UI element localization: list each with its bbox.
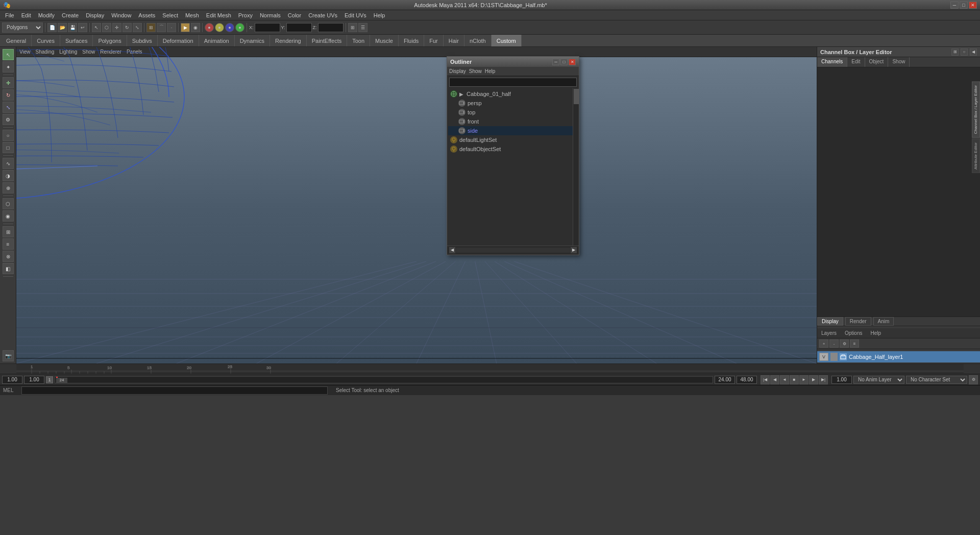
- tab-subdivs[interactable]: Subdivs: [127, 35, 158, 46]
- ipr-btn[interactable]: ◉: [3, 210, 14, 222]
- timeline-playback-bar[interactable]: 24: [55, 376, 713, 383]
- rotate-tool-btn[interactable]: ↻: [3, 89, 14, 101]
- minimize-button[interactable]: ─: [950, 2, 959, 9]
- start-frame-2-input[interactable]: [24, 376, 44, 384]
- outliner-item-lightset[interactable]: defaultLightSet: [448, 135, 578, 144]
- cb-icon-1[interactable]: ⊞: [951, 48, 959, 56]
- menu-normals[interactable]: Normals: [257, 11, 284, 19]
- outliner-hscroll[interactable]: [456, 248, 570, 253]
- start-frame-input[interactable]: [2, 376, 22, 384]
- tab-polygons[interactable]: Polygons: [93, 35, 127, 46]
- tab-curves[interactable]: Curves: [32, 35, 60, 46]
- outliner-scrollbar[interactable]: [573, 88, 579, 246]
- undo-icon[interactable]: ↩: [78, 23, 87, 32]
- play-back-btn[interactable]: ◄: [780, 375, 789, 384]
- light-icon-4[interactable]: ●: [235, 23, 244, 32]
- snap-point-icon[interactable]: ·: [167, 23, 176, 32]
- tab-fur[interactable]: Fur: [424, 35, 444, 46]
- outliner-scroll-right[interactable]: ▶: [571, 247, 577, 253]
- layer-del-btn[interactable]: -: [829, 339, 839, 348]
- menu-create-uvs[interactable]: Create UVs: [305, 11, 340, 19]
- soft-select-btn[interactable]: ○: [3, 130, 14, 141]
- sculpt-btn[interactable]: ◑: [3, 170, 14, 181]
- outliner-menu-help[interactable]: Help: [485, 68, 496, 74]
- menu-proxy[interactable]: Proxy: [235, 11, 256, 19]
- menu-edit[interactable]: Edit: [18, 11, 34, 19]
- cb-icon-2[interactable]: ○: [961, 48, 968, 56]
- render-icon[interactable]: ▶: [181, 23, 190, 32]
- layer-btn[interactable]: ≡: [3, 238, 14, 250]
- render-end-input[interactable]: [737, 376, 757, 384]
- outliner-minimize-btn[interactable]: ─: [552, 59, 559, 65]
- layer-tab-render[interactable]: Render: [845, 317, 871, 326]
- camera-btn[interactable]: 📷: [3, 350, 14, 361]
- new-scene-icon[interactable]: 📄: [47, 23, 57, 32]
- tab-muscle[interactable]: Muscle: [370, 35, 399, 46]
- options-subtab[interactable]: Options: [843, 329, 864, 337]
- menu-help[interactable]: Help: [371, 11, 388, 19]
- outliner-item-front[interactable]: front: [448, 117, 578, 126]
- tab-general[interactable]: General: [1, 35, 32, 46]
- layer-visibility-v[interactable]: V: [819, 353, 828, 361]
- light-icon-1[interactable]: ●: [205, 23, 214, 32]
- outliner-item-top[interactable]: top: [448, 108, 578, 117]
- layer-filter-btn[interactable]: ≡: [850, 339, 859, 348]
- mel-input[interactable]: [21, 386, 328, 395]
- frame-range-indicator[interactable]: 1: [46, 376, 53, 383]
- ipr-icon[interactable]: ◉: [191, 23, 200, 32]
- goto-start-btn[interactable]: |◀: [761, 375, 770, 384]
- coord-z-input[interactable]: [318, 23, 344, 32]
- select-tool-btn[interactable]: ↖: [3, 49, 14, 60]
- cb-tab-show[interactable]: Show: [888, 57, 910, 67]
- paint-select-btn[interactable]: ✦: [3, 61, 14, 72]
- tab-fluids[interactable]: Fluids: [399, 35, 424, 46]
- menu-modify[interactable]: Modify: [35, 11, 58, 19]
- layer-new-btn[interactable]: +: [819, 339, 828, 348]
- menu-assets[interactable]: Assets: [135, 11, 158, 19]
- scale-tool-btn[interactable]: ⤡: [3, 102, 14, 113]
- outliner-menu-show[interactable]: Show: [469, 68, 482, 74]
- outliner-scrollbar-thumb[interactable]: [574, 89, 579, 104]
- outliner-maximize-btn[interactable]: □: [560, 59, 568, 65]
- anim-layer-dropdown[interactable]: No Anim Layer: [853, 376, 904, 384]
- help-subtab[interactable]: Help: [868, 329, 883, 337]
- menu-file[interactable]: File: [2, 11, 17, 19]
- render-view-btn[interactable]: ⬡: [3, 198, 14, 209]
- snap-curve-icon[interactable]: ⌒: [157, 23, 166, 32]
- cb-tab-edit[interactable]: Edit: [847, 57, 865, 67]
- marquee-btn[interactable]: □: [3, 142, 14, 153]
- right-toolbar-icon-2[interactable]: ☰: [358, 23, 368, 32]
- outliner-item-persp[interactable]: persp: [448, 99, 578, 108]
- close-button[interactable]: ✕: [969, 2, 977, 9]
- mode-dropdown[interactable]: Polygons: [2, 22, 43, 33]
- tab-custom[interactable]: Custom: [492, 35, 522, 46]
- render-start-input[interactable]: [715, 376, 735, 384]
- outliner-item-cabbage[interactable]: ▶ Cabbage_01_half: [448, 89, 578, 99]
- menu-window[interactable]: Window: [108, 11, 134, 19]
- rotate-tool-icon[interactable]: ↻: [122, 23, 132, 32]
- quick-layout-btn[interactable]: ◧: [3, 263, 14, 274]
- grid-btn[interactable]: ⊞: [3, 226, 14, 237]
- timeline-options-btn[interactable]: ⚙: [969, 375, 978, 384]
- tab-painteffects[interactable]: PaintEffects: [307, 35, 348, 46]
- cb-tab-channels[interactable]: Channels: [817, 57, 847, 67]
- viewport[interactable]: View Shading Lighting Show Renderer Pane…: [16, 47, 817, 363]
- move-tool-icon[interactable]: ✛: [112, 23, 121, 32]
- outliner-menu-display[interactable]: Display: [449, 68, 466, 74]
- tab-dynamics[interactable]: Dynamics: [235, 35, 270, 46]
- light-icon-2[interactable]: ●: [215, 23, 224, 32]
- coord-y-input[interactable]: [286, 23, 312, 32]
- menu-select[interactable]: Select: [159, 11, 181, 19]
- tab-ncloth[interactable]: nCloth: [464, 35, 492, 46]
- light-icon-3[interactable]: ●: [225, 23, 234, 32]
- outliner-close-btn[interactable]: ✕: [569, 59, 576, 65]
- menu-edit-mesh[interactable]: Edit Mesh: [203, 11, 234, 19]
- tab-animation[interactable]: Animation: [199, 35, 235, 46]
- vtab-attribute-editor[interactable]: Attribute Editor: [972, 139, 980, 173]
- outliner-scroll-left[interactable]: ◀: [449, 247, 455, 253]
- menu-display[interactable]: Display: [83, 11, 107, 19]
- move-tool-btn[interactable]: ✛: [3, 77, 14, 88]
- char-set-dropdown[interactable]: No Character Set: [906, 376, 967, 384]
- outliner-item-objectset[interactable]: defaultObjectSet: [448, 144, 578, 154]
- cb-expand-icon[interactable]: ◀: [970, 48, 977, 56]
